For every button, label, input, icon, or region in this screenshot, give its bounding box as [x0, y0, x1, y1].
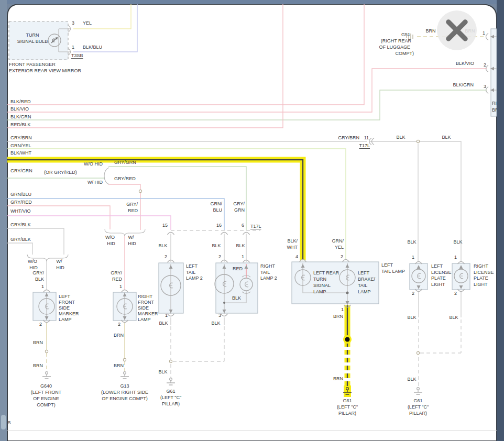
splice-icon [139, 190, 141, 192]
diagram-label: W/ [128, 235, 134, 240]
diagram-label: (LEFT "C" [408, 404, 429, 410]
diagram-label: MARKER [59, 311, 79, 316]
diagram-label: 2 [341, 254, 343, 259]
diagram-label: G51 [401, 32, 410, 37]
diagram-label: SIGNAL [313, 283, 331, 288]
frame-top [0, 0, 504, 4]
diagram-label: GRY/BRN [10, 135, 32, 140]
diagram-label: BLK [211, 321, 220, 326]
diagram-label: BLK/WHT [10, 150, 32, 156]
diagram-label: BLK [158, 243, 167, 248]
diagram-label: BLK [236, 243, 245, 248]
diagram-label: RIGHT [474, 263, 489, 269]
diagram-label: TURN [313, 277, 326, 282]
diagram-label: PILLAR) [338, 411, 356, 416]
diagram-label: RI [492, 101, 497, 106]
splice-icon [45, 350, 48, 352]
diagram-label: HID [29, 265, 38, 270]
diagram-label: GRY/ [32, 270, 44, 275]
diagram-label: RED [233, 266, 243, 271]
diagram-label: BRN [114, 333, 124, 338]
diagram-label: GRY/GRN [114, 160, 136, 165]
diagram-label: TURN [26, 32, 39, 38]
diagram-label: LEFT REAR [313, 270, 339, 275]
diagram-label: G61 [413, 398, 422, 403]
diagram-label: FRONT [59, 300, 75, 305]
diagram-label: T17L [250, 224, 261, 229]
diagram-label: GRN/ [211, 201, 223, 206]
diagram-label: LEFT [381, 262, 393, 268]
diagram-label: RIGHT [138, 294, 153, 299]
diagram-label: BLK [396, 135, 405, 140]
diagram-label: 2 [165, 254, 167, 259]
junction-dot [345, 337, 350, 342]
diagram-label: BRN [333, 314, 343, 319]
diagram-label: GRN [234, 207, 245, 213]
diagram-label: YEL [83, 20, 92, 26]
diagram-label: 3 [218, 313, 221, 318]
diagram-label: G13 [120, 383, 129, 389]
diagram-label: YEL [335, 245, 344, 250]
diagram-label: GRY/BLK [10, 222, 31, 227]
diagram-label: LIGHT [431, 282, 445, 287]
diagram-label: W/O HID [84, 161, 103, 167]
diagram-label: W/ HID [87, 180, 103, 185]
diagram-label: PLATE [431, 275, 446, 281]
diagram-label: LAMP [59, 317, 72, 322]
diagram-label: OF ENGINE COMPT) [102, 396, 148, 401]
diagram-label: 1 [242, 254, 244, 259]
diagram-label: TAIL [358, 283, 367, 288]
scrollbar-thumb[interactable] [1, 415, 6, 429]
diagram-label: BLK [407, 239, 416, 245]
diagram-label: BLK [449, 315, 458, 320]
junction-dot [223, 302, 225, 304]
diagram-label: GRY/BRN [338, 135, 359, 140]
diagram-label: LAMP [138, 317, 151, 322]
diagram-label: 2 [454, 291, 457, 296]
close-button[interactable] [437, 10, 477, 50]
diagram-label: GRY/RED [10, 200, 32, 205]
diagram-label: FRONT [138, 300, 154, 305]
diagram-label: SIDE [138, 305, 149, 311]
diagram-label: BLK/VIO [456, 61, 474, 66]
diagram-label: BRAKE/ [358, 277, 376, 282]
diagram-label: COMPT) [396, 51, 414, 56]
diagram-label: BLK/VIO [10, 106, 29, 112]
diagram-label: 3 [484, 84, 486, 89]
diagram-label: 1 [165, 313, 168, 318]
diagram-label: 2 [484, 62, 486, 68]
diagram-label: GRN/BLU [10, 192, 31, 197]
diagram-label: TAIL [186, 270, 195, 275]
scrollbar-right[interactable] [497, 0, 504, 441]
diagram-label: BLK/ [287, 238, 298, 244]
diagram-label: 1 [341, 307, 344, 312]
diagram-label: W/O [28, 259, 37, 264]
diagram-label: MARKER [138, 311, 158, 316]
diagram-label: BLK [442, 135, 451, 140]
diagram-label: BRN [114, 363, 124, 368]
diagram-label: 2 [39, 322, 42, 327]
diagram-label: 1 [41, 284, 44, 289]
diagram-label: BLK [35, 277, 44, 282]
diagram-label: GRY/ [233, 201, 245, 206]
diagram-label: TAIL LAMP [381, 269, 405, 274]
diagram-label: BRN [33, 363, 43, 368]
diagram-label: LICENSE [474, 270, 494, 275]
diagram-label: G61 [343, 398, 352, 403]
diagram-label: T3SB [71, 53, 83, 58]
diagram-label: 1 [412, 255, 414, 260]
scrollbar-left[interactable] [0, 0, 7, 441]
diagram-label: 1 [119, 284, 122, 289]
diagram-label: G640 [40, 383, 52, 389]
diagram-label: (LEFT FRONT [31, 390, 62, 395]
diagram-label: GRY/ [126, 202, 138, 207]
diagram-label: 1 [483, 30, 485, 36]
diagram-label: RED/BLK [10, 122, 31, 127]
diagram-label: RED [112, 277, 123, 282]
diagram-label: HID [56, 265, 64, 270]
diagram-label: BLK [159, 321, 168, 326]
diagram-label: 1 [454, 255, 457, 260]
diagram-label: LAMP 2 [260, 275, 277, 281]
diagram-label: RIGHT [260, 263, 276, 269]
diagram-label: 1 [72, 45, 74, 50]
